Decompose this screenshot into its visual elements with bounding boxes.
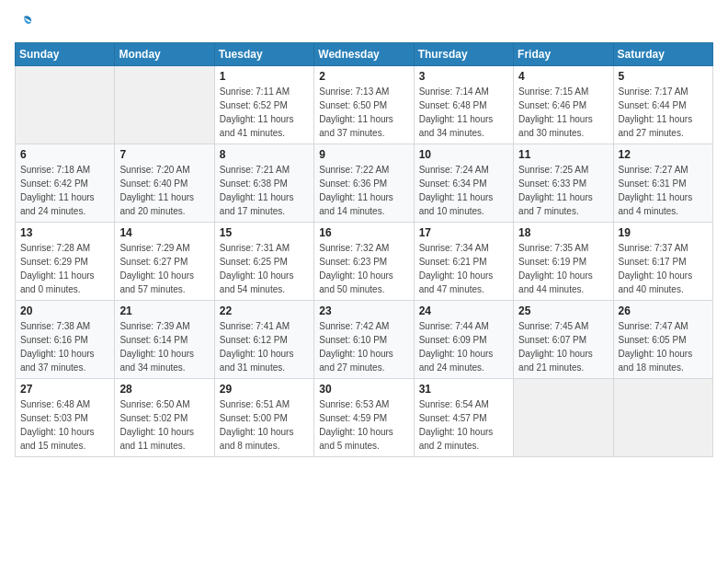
day-number: 26 bbox=[619, 304, 708, 317]
calendar-cell: 27Sunrise: 6:48 AMSunset: 5:03 PMDayligh… bbox=[16, 379, 115, 457]
calendar-cell: 22Sunrise: 7:41 AMSunset: 6:12 PMDayligh… bbox=[214, 301, 313, 379]
calendar-cell: 7Sunrise: 7:20 AMSunset: 6:40 PMDaylight… bbox=[115, 144, 214, 223]
day-info: Sunrise: 7:17 AMSunset: 6:44 PMDaylight:… bbox=[619, 85, 708, 140]
day-info: Sunrise: 7:13 AMSunset: 6:50 PMDaylight:… bbox=[319, 85, 408, 140]
day-info: Sunrise: 7:21 AMSunset: 6:38 PMDaylight:… bbox=[220, 163, 309, 218]
calendar-cell: 23Sunrise: 7:42 AMSunset: 6:10 PMDayligh… bbox=[314, 301, 414, 379]
day-number: 12 bbox=[619, 148, 708, 161]
day-number: 5 bbox=[619, 70, 708, 83]
calendar-cell: 6Sunrise: 7:18 AMSunset: 6:42 PMDaylight… bbox=[16, 144, 115, 223]
calendar-cell: 16Sunrise: 7:32 AMSunset: 6:23 PMDayligh… bbox=[314, 223, 414, 301]
calendar-week-4: 20Sunrise: 7:38 AMSunset: 6:16 PMDayligh… bbox=[16, 301, 713, 379]
calendar-cell: 9Sunrise: 7:22 AMSunset: 6:36 PMDaylight… bbox=[314, 144, 414, 223]
day-number: 6 bbox=[20, 148, 109, 161]
day-info: Sunrise: 7:25 AMSunset: 6:33 PMDaylight:… bbox=[518, 163, 608, 218]
calendar-week-1: 1Sunrise: 7:11 AMSunset: 6:52 PMDaylight… bbox=[16, 66, 713, 144]
day-info: Sunrise: 7:39 AMSunset: 6:14 PMDaylight:… bbox=[119, 319, 209, 374]
day-info: Sunrise: 7:11 AMSunset: 6:52 PMDaylight:… bbox=[220, 85, 309, 140]
day-number: 27 bbox=[20, 383, 109, 396]
day-number: 24 bbox=[419, 304, 508, 317]
day-number: 28 bbox=[119, 383, 209, 396]
day-info: Sunrise: 7:45 AMSunset: 6:07 PMDaylight:… bbox=[518, 319, 608, 374]
calendar-cell: 26Sunrise: 7:47 AMSunset: 6:05 PMDayligh… bbox=[613, 301, 712, 379]
calendar-cell: 30Sunrise: 6:53 AMSunset: 4:59 PMDayligh… bbox=[314, 379, 414, 457]
day-info: Sunrise: 7:41 AMSunset: 6:12 PMDaylight:… bbox=[220, 319, 309, 374]
calendar-cell bbox=[115, 66, 214, 144]
calendar-week-2: 6Sunrise: 7:18 AMSunset: 6:42 PMDaylight… bbox=[16, 144, 713, 223]
calendar-cell: 28Sunrise: 6:50 AMSunset: 5:02 PMDayligh… bbox=[115, 379, 214, 457]
day-info: Sunrise: 7:31 AMSunset: 6:25 PMDaylight:… bbox=[220, 241, 309, 296]
calendar-cell: 11Sunrise: 7:25 AMSunset: 6:33 PMDayligh… bbox=[514, 144, 613, 223]
calendar-cell: 4Sunrise: 7:15 AMSunset: 6:46 PMDaylight… bbox=[514, 66, 613, 144]
day-info: Sunrise: 7:47 AMSunset: 6:05 PMDaylight:… bbox=[619, 319, 708, 374]
day-info: Sunrise: 6:48 AMSunset: 5:03 PMDaylight:… bbox=[20, 397, 109, 453]
day-number: 29 bbox=[220, 383, 309, 396]
day-number: 15 bbox=[220, 226, 309, 239]
day-number: 21 bbox=[119, 304, 209, 317]
calendar-cell: 15Sunrise: 7:31 AMSunset: 6:25 PMDayligh… bbox=[214, 223, 313, 301]
calendar-cell bbox=[514, 379, 613, 457]
calendar-cell: 19Sunrise: 7:37 AMSunset: 6:17 PMDayligh… bbox=[613, 223, 712, 301]
day-number: 20 bbox=[20, 304, 109, 317]
calendar-cell: 10Sunrise: 7:24 AMSunset: 6:34 PMDayligh… bbox=[414, 144, 513, 223]
calendar-cell: 13Sunrise: 7:28 AMSunset: 6:29 PMDayligh… bbox=[16, 223, 115, 301]
day-info: Sunrise: 7:38 AMSunset: 6:16 PMDaylight:… bbox=[20, 319, 109, 374]
day-info: Sunrise: 6:53 AMSunset: 4:59 PMDaylight:… bbox=[319, 397, 408, 453]
day-number: 10 bbox=[419, 148, 508, 161]
weekday-header-wednesday: Wednesday bbox=[314, 43, 414, 66]
day-number: 18 bbox=[518, 226, 608, 239]
day-number: 9 bbox=[319, 148, 408, 161]
day-number: 23 bbox=[319, 304, 408, 317]
weekday-header-friday: Friday bbox=[514, 43, 613, 66]
day-number: 3 bbox=[419, 70, 508, 83]
logo-bird-icon bbox=[15, 15, 33, 31]
day-info: Sunrise: 7:14 AMSunset: 6:48 PMDaylight:… bbox=[419, 85, 508, 140]
calendar-cell: 8Sunrise: 7:21 AMSunset: 6:38 PMDaylight… bbox=[214, 144, 313, 223]
weekday-header-thursday: Thursday bbox=[414, 43, 513, 66]
calendar-cell: 24Sunrise: 7:44 AMSunset: 6:09 PMDayligh… bbox=[414, 301, 513, 379]
calendar-week-5: 27Sunrise: 6:48 AMSunset: 5:03 PMDayligh… bbox=[16, 379, 713, 457]
day-number: 8 bbox=[220, 148, 309, 161]
day-info: Sunrise: 7:18 AMSunset: 6:42 PMDaylight:… bbox=[20, 163, 109, 218]
day-number: 14 bbox=[119, 226, 209, 239]
day-number: 19 bbox=[619, 226, 708, 239]
calendar-cell: 3Sunrise: 7:14 AMSunset: 6:48 PMDaylight… bbox=[414, 66, 513, 144]
day-number: 1 bbox=[220, 70, 309, 83]
day-number: 11 bbox=[518, 148, 608, 161]
day-info: Sunrise: 7:42 AMSunset: 6:10 PMDaylight:… bbox=[319, 319, 408, 374]
calendar-cell: 12Sunrise: 7:27 AMSunset: 6:31 PMDayligh… bbox=[613, 144, 712, 223]
day-info: Sunrise: 6:50 AMSunset: 5:02 PMDaylight:… bbox=[119, 397, 209, 453]
calendar-week-3: 13Sunrise: 7:28 AMSunset: 6:29 PMDayligh… bbox=[16, 223, 713, 301]
weekday-header-saturday: Saturday bbox=[613, 43, 712, 66]
calendar-cell: 5Sunrise: 7:17 AMSunset: 6:44 PMDaylight… bbox=[613, 66, 712, 144]
calendar-cell: 1Sunrise: 7:11 AMSunset: 6:52 PMDaylight… bbox=[214, 66, 313, 144]
day-info: Sunrise: 7:32 AMSunset: 6:23 PMDaylight:… bbox=[319, 241, 408, 296]
calendar-cell: 20Sunrise: 7:38 AMSunset: 6:16 PMDayligh… bbox=[16, 301, 115, 379]
calendar-cell bbox=[16, 66, 115, 144]
day-info: Sunrise: 7:28 AMSunset: 6:29 PMDaylight:… bbox=[20, 241, 109, 296]
calendar-header: SundayMondayTuesdayWednesdayThursdayFrid… bbox=[16, 43, 713, 66]
calendar-body: 1Sunrise: 7:11 AMSunset: 6:52 PMDaylight… bbox=[16, 66, 713, 457]
weekday-header-monday: Monday bbox=[115, 43, 214, 66]
weekday-header-sunday: Sunday bbox=[16, 43, 115, 66]
day-number: 7 bbox=[119, 148, 209, 161]
calendar-cell: 21Sunrise: 7:39 AMSunset: 6:14 PMDayligh… bbox=[115, 301, 214, 379]
weekday-row: SundayMondayTuesdayWednesdayThursdayFrid… bbox=[16, 43, 713, 66]
day-number: 25 bbox=[518, 304, 608, 317]
calendar-cell: 2Sunrise: 7:13 AMSunset: 6:50 PMDaylight… bbox=[314, 66, 414, 144]
day-info: Sunrise: 7:24 AMSunset: 6:34 PMDaylight:… bbox=[419, 163, 508, 218]
calendar-cell bbox=[613, 379, 712, 457]
calendar-cell: 25Sunrise: 7:45 AMSunset: 6:07 PMDayligh… bbox=[514, 301, 613, 379]
day-info: Sunrise: 6:51 AMSunset: 5:00 PMDaylight:… bbox=[220, 397, 309, 453]
day-info: Sunrise: 7:37 AMSunset: 6:17 PMDaylight:… bbox=[619, 241, 708, 296]
calendar-table: SundayMondayTuesdayWednesdayThursdayFrid… bbox=[15, 42, 713, 457]
weekday-header-tuesday: Tuesday bbox=[214, 43, 313, 66]
day-number: 31 bbox=[419, 383, 508, 396]
day-info: Sunrise: 6:54 AMSunset: 4:57 PMDaylight:… bbox=[419, 397, 508, 453]
day-info: Sunrise: 7:44 AMSunset: 6:09 PMDaylight:… bbox=[419, 319, 508, 374]
calendar-cell: 14Sunrise: 7:29 AMSunset: 6:27 PMDayligh… bbox=[115, 223, 214, 301]
calendar-cell: 31Sunrise: 6:54 AMSunset: 4:57 PMDayligh… bbox=[414, 379, 513, 457]
day-number: 16 bbox=[319, 226, 408, 239]
day-info: Sunrise: 7:20 AMSunset: 6:40 PMDaylight:… bbox=[119, 163, 209, 218]
calendar-cell: 29Sunrise: 6:51 AMSunset: 5:00 PMDayligh… bbox=[214, 379, 313, 457]
